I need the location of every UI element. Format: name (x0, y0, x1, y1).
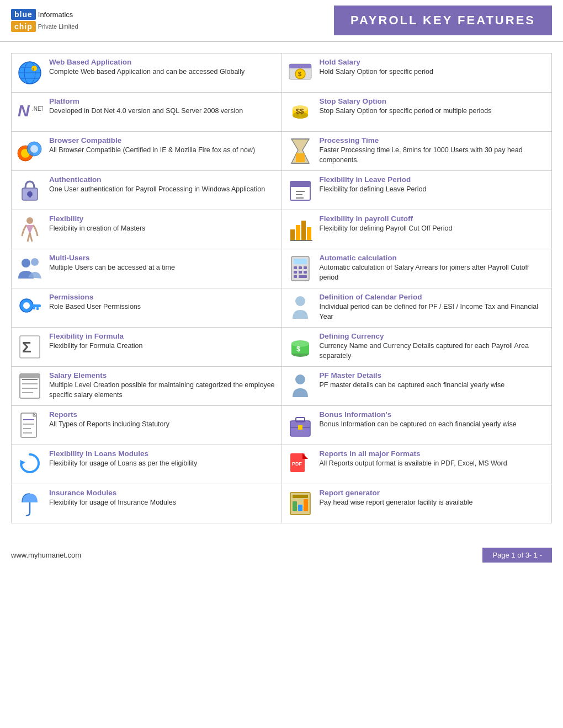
svg-rect-84 (298, 425, 302, 430)
svg-rect-91 (293, 495, 308, 498)
page-footer: www.myhumanet.com Page 1 of 3- 1 - (0, 540, 563, 570)
feature-icon-left-0: i (15, 58, 45, 88)
feature-desc-right-0: Hold Salary Option for specific period (320, 67, 549, 77)
svg-point-43 (22, 259, 30, 267)
feature-icon-right-8 (285, 371, 315, 401)
feature-desc-left-4: Flexibility in creation of Masters (49, 224, 278, 234)
svg-text:$: $ (298, 71, 301, 77)
feature-left-4: FlexibilityFlexibility in creation of Ma… (12, 210, 282, 249)
feature-icon-right-9 (285, 410, 315, 440)
svg-text:PDF: PDF (292, 461, 302, 467)
feature-icon-left-2 (15, 136, 45, 166)
feature-right-2: Processing TimeFaster Processing time i.… (282, 132, 552, 171)
svg-rect-47 (294, 266, 297, 269)
feature-desc-left-10: Flexibility for usage of Loans as per th… (49, 459, 278, 469)
feature-desc-left-3: One User authentication for Payroll Proc… (49, 185, 278, 195)
feature-right-4: Flexibility in payroll CutoffFlexibility… (282, 210, 552, 249)
feature-icon-left-5 (15, 254, 45, 283)
feature-title-left-8: Salary Elements (49, 371, 278, 379)
feature-icon-left-3 (15, 175, 45, 205)
logo-box: blue Informatics chip Private Limited (11, 9, 78, 32)
feature-desc-right-3: Flexibility for defining Leave Period (320, 185, 549, 195)
feature-icon-left-1: N .NET (15, 97, 45, 127)
svg-rect-93 (298, 505, 302, 511)
feature-title-right-9: Bonus Information's (320, 410, 549, 419)
svg-rect-72 (20, 374, 40, 378)
feature-title-right-6: Definition of Calendar Period (320, 293, 549, 301)
feature-desc-right-8: PF master details can be captured each f… (320, 381, 549, 390)
feature-desc-left-9: All Types of Reports including Statutory (49, 420, 278, 430)
feature-left-3: AuthenticationOne User authentication fo… (12, 171, 282, 210)
feature-desc-left-0: Complete Web based Application and can b… (49, 67, 278, 77)
logo-blue: blue (11, 9, 36, 20)
feature-icon-left-9 (15, 410, 45, 440)
svg-marker-87 (302, 453, 308, 459)
feature-title-left-10: Flexibility in Loans Modules (49, 449, 278, 458)
feature-title-right-8: PF Master Details (320, 371, 549, 379)
feature-left-1: N .NET PlatformDeveloped in Dot Net 4.0 … (12, 93, 282, 132)
svg-rect-74 (21, 413, 36, 437)
svg-rect-92 (293, 501, 297, 511)
feature-right-8: PF Master DetailsPF master details can b… (282, 367, 552, 406)
feature-title-left-11: Insurance Modules (49, 489, 278, 497)
feature-desc-left-1: Developed in Dot Net 4.0 version and SQL… (49, 106, 278, 116)
svg-rect-57 (31, 304, 41, 307)
page-title: PAYROLL KEY FEATURES (334, 6, 552, 35)
main-content: i Web Based ApplicationComplete Web base… (0, 42, 563, 534)
feature-title-right-0: Hold Salary (320, 58, 549, 66)
feature-right-9: Bonus Information'sBonus Information can… (282, 406, 552, 445)
feature-title-left-9: Reports (49, 410, 278, 419)
feature-right-10: PDF Reports in all major FormatsAll Repo… (282, 445, 552, 484)
svg-point-21 (30, 145, 38, 153)
svg-rect-31 (290, 185, 310, 187)
feature-title-left-1: Platform (49, 97, 278, 105)
feature-title-right-2: Processing Time (320, 136, 549, 144)
feature-desc-right-10: All Reports output format is available i… (320, 459, 549, 469)
feature-desc-right-2: Faster Processing time i.e. 8mins for 10… (320, 146, 549, 165)
svg-rect-54 (299, 275, 307, 278)
svg-point-73 (295, 374, 305, 384)
feature-left-11: Insurance ModulesFlexibility for usage o… (12, 484, 282, 523)
feature-icon-left-11 (15, 489, 45, 518)
svg-text:.NET: .NET (32, 106, 43, 112)
feature-icon-right-6 (285, 293, 315, 323)
svg-rect-94 (304, 499, 308, 511)
feature-title-left-3: Authentication (49, 175, 278, 184)
feature-icon-right-10: PDF (285, 449, 315, 479)
feature-left-5: Multi-UsersMultiple Users can be accesse… (12, 249, 282, 288)
feature-left-10: Flexibility in Loans ModulesFlexibility … (12, 445, 282, 484)
svg-rect-51 (299, 271, 302, 274)
feature-left-0: i Web Based ApplicationComplete Web base… (12, 53, 282, 93)
feature-icon-left-6 (15, 293, 45, 323)
logo-area: blue Informatics chip Private Limited (11, 9, 78, 32)
feature-title-right-4: Flexibility in payroll Cutoff (320, 215, 549, 223)
footer-url: www.myhumanet.com (11, 551, 81, 559)
page-header: blue Informatics chip Private Limited PA… (0, 0, 563, 42)
svg-rect-28 (29, 194, 31, 197)
feature-title-right-7: Defining Currency (320, 332, 549, 340)
feature-desc-right-6: Individual period can be defined for PF … (320, 302, 549, 322)
feature-title-left-5: Multi-Users (49, 254, 278, 262)
svg-text:N: N (18, 101, 30, 120)
feature-icon-right-1: $$ (285, 97, 315, 127)
svg-rect-53 (294, 275, 297, 278)
svg-rect-41 (307, 227, 311, 240)
feature-right-1: $$ Stop Salary OptionStop Salary Option … (282, 93, 552, 132)
feature-desc-right-4: Flexibility for defining Payroll Cut Off… (320, 224, 549, 234)
svg-rect-40 (301, 221, 306, 240)
svg-text:$$: $$ (296, 107, 304, 115)
feature-title-right-3: Flexibility in Leave Period (320, 175, 549, 184)
feature-title-left-7: Flexibility in Formula (49, 332, 278, 340)
svg-line-37 (30, 233, 32, 242)
feature-title-right-1: Stop Salary Option (320, 97, 549, 105)
feature-desc-right-11: Pay head wise report generator facility … (320, 498, 549, 508)
feature-desc-left-2: All Browser Compatible (Certified in IE … (49, 146, 278, 156)
feature-desc-left-6: Role Based User Permissions (49, 302, 278, 312)
logo-company: Informatics (38, 10, 73, 19)
feature-title-right-11: Report generator (320, 489, 549, 497)
feature-right-6: Definition of Calendar PeriodIndividual … (282, 288, 552, 328)
feature-left-6: PermissionsRole Based User Permissions (12, 288, 282, 328)
feature-icon-left-7: Σ (15, 332, 45, 362)
feature-icon-right-11 (285, 489, 315, 518)
svg-rect-46 (294, 259, 307, 264)
